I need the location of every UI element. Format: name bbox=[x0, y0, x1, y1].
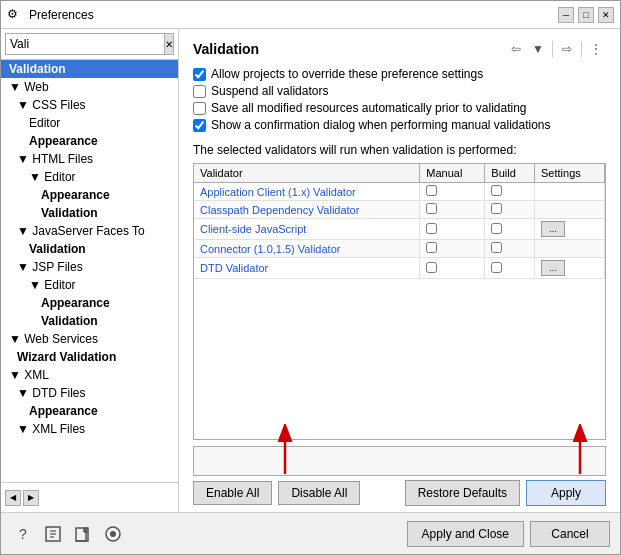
left-bottom-controls: ◀ ▶ bbox=[1, 482, 178, 512]
build-cb-2[interactable] bbox=[491, 203, 502, 214]
restore-defaults-button[interactable]: Restore Defaults bbox=[405, 480, 520, 506]
col-header-settings[interactable]: Settings bbox=[535, 164, 605, 183]
tree-item-validation[interactable]: Validation bbox=[1, 60, 178, 78]
svg-point-13 bbox=[110, 531, 116, 537]
checkbox-label-4: Show a confirmation dialog when performi… bbox=[211, 118, 551, 132]
description-textarea[interactable] bbox=[193, 446, 606, 476]
tree-item-html-files[interactable]: ▼ HTML Files bbox=[1, 150, 178, 168]
forward-button[interactable]: ⇨ bbox=[557, 39, 577, 59]
manual-cell bbox=[420, 240, 485, 258]
checkbox-suspend-validators[interactable] bbox=[193, 85, 206, 98]
manual-cell bbox=[420, 258, 485, 279]
tree-item-web[interactable]: ▼ Web bbox=[1, 78, 178, 96]
tree-item-css-files[interactable]: ▼ CSS Files bbox=[1, 96, 178, 114]
settings-cell: ... bbox=[535, 258, 605, 279]
validator-desc: The selected validators will run when va… bbox=[193, 143, 606, 157]
settings-cell: ... bbox=[535, 219, 605, 240]
validator-name: Classpath Dependency Validator bbox=[194, 201, 420, 219]
manual-cell bbox=[420, 219, 485, 240]
build-cb-5[interactable] bbox=[491, 262, 502, 273]
build-cb-1[interactable] bbox=[491, 185, 502, 196]
tree-item-jsp-editor[interactable]: ▼ Editor bbox=[1, 276, 178, 294]
build-cell bbox=[485, 201, 535, 219]
manual-cb-4[interactable] bbox=[426, 242, 437, 253]
circle-button[interactable] bbox=[101, 522, 125, 546]
tree-item-jsp-validation[interactable]: Validation bbox=[1, 312, 178, 330]
search-input[interactable] bbox=[5, 33, 165, 55]
bottom-bar: ? bbox=[1, 512, 620, 554]
build-cell bbox=[485, 183, 535, 201]
import-button[interactable] bbox=[71, 522, 95, 546]
manual-cb-1[interactable] bbox=[426, 185, 437, 196]
validator-table: Validator Manual Build Settings Applicat… bbox=[194, 164, 605, 279]
settings-cell bbox=[535, 201, 605, 219]
build-cb-4[interactable] bbox=[491, 242, 502, 253]
checkbox-allow-override[interactable] bbox=[193, 68, 206, 81]
apply-button[interactable]: Apply bbox=[526, 480, 606, 506]
manual-cell bbox=[420, 183, 485, 201]
tree-item-xml-files[interactable]: ▼ XML Files bbox=[1, 420, 178, 438]
back-button[interactable]: ⇦ bbox=[506, 39, 526, 59]
checkbox-save-modified[interactable] bbox=[193, 102, 206, 115]
right-title: Validation bbox=[193, 41, 259, 57]
search-clear-button[interactable]: ✕ bbox=[165, 33, 174, 55]
checkbox-label-1: Allow projects to override these prefere… bbox=[211, 67, 483, 81]
enable-all-button[interactable]: Enable All bbox=[193, 481, 272, 505]
cancel-button[interactable]: Cancel bbox=[530, 521, 610, 547]
right-header: Validation ⇦ ▼ ⇨ ⋮ bbox=[193, 39, 606, 59]
manual-cb-2[interactable] bbox=[426, 203, 437, 214]
checkbox-row-1: Allow projects to override these prefere… bbox=[193, 67, 606, 81]
build-cb-3[interactable] bbox=[491, 223, 502, 234]
tree-item-html-editor[interactable]: ▼ Editor bbox=[1, 168, 178, 186]
tree-item-html-validation[interactable]: Validation bbox=[1, 204, 178, 222]
help-button[interactable]: ? bbox=[11, 522, 35, 546]
tree-panel: Validation ▼ Web ▼ CSS Files Editor Appe… bbox=[1, 60, 178, 482]
checkbox-show-confirmation[interactable] bbox=[193, 119, 206, 132]
close-button[interactable]: ✕ bbox=[598, 7, 614, 23]
tree-item-web-services[interactable]: ▼ Web Services bbox=[1, 330, 178, 348]
dropdown-button[interactable]: ▼ bbox=[528, 39, 548, 59]
col-header-manual[interactable]: Manual bbox=[420, 164, 485, 183]
tree-item-html-appearance[interactable]: Appearance bbox=[1, 186, 178, 204]
tree-item-wizard-validation[interactable]: Wizard Validation bbox=[1, 348, 178, 366]
table-scroll[interactable]: Validator Manual Build Settings Applicat… bbox=[194, 164, 605, 439]
col-header-build[interactable]: Build bbox=[485, 164, 535, 183]
checkbox-row-4: Show a confirmation dialog when performi… bbox=[193, 118, 606, 132]
settings-btn-5[interactable]: ... bbox=[541, 260, 565, 276]
minimize-button[interactable]: ─ bbox=[558, 7, 574, 23]
tree-item-xml[interactable]: ▼ XML bbox=[1, 366, 178, 384]
manual-cb-3[interactable] bbox=[426, 223, 437, 234]
manual-cell bbox=[420, 201, 485, 219]
tree-item-css-appearance[interactable]: Appearance bbox=[1, 132, 178, 150]
tree-item-jsp-files[interactable]: ▼ JSP Files bbox=[1, 258, 178, 276]
menu-button[interactable]: ⋮ bbox=[586, 39, 606, 59]
validator-name: DTD Validator bbox=[194, 258, 420, 279]
tree-item-jsp-appearance[interactable]: Appearance bbox=[1, 294, 178, 312]
maximize-button[interactable]: □ bbox=[578, 7, 594, 23]
build-cell bbox=[485, 258, 535, 279]
checkbox-label-2: Suspend all validators bbox=[211, 84, 328, 98]
tree-item-jsf[interactable]: ▼ JavaServer Faces To bbox=[1, 222, 178, 240]
scroll-right-button[interactable]: ▶ bbox=[23, 490, 39, 506]
scroll-left-button[interactable]: ◀ bbox=[5, 490, 21, 506]
checkbox-row-3: Save all modified resources automaticall… bbox=[193, 101, 606, 115]
col-header-validator[interactable]: Validator bbox=[194, 164, 420, 183]
apply-and-close-button[interactable]: Apply and Close bbox=[407, 521, 524, 547]
tree-item-jsf-validation[interactable]: Validation bbox=[1, 240, 178, 258]
validator-name: Connector (1.0,1.5) Validator bbox=[194, 240, 420, 258]
manual-cb-5[interactable] bbox=[426, 262, 437, 273]
tree-item-dtd-files[interactable]: ▼ DTD Files bbox=[1, 384, 178, 402]
disable-all-button[interactable]: Disable All bbox=[278, 481, 360, 505]
table-row: Client-side JavaScript ... bbox=[194, 219, 605, 240]
export-button[interactable] bbox=[41, 522, 65, 546]
validator-name: Client-side JavaScript bbox=[194, 219, 420, 240]
settings-btn-3[interactable]: ... bbox=[541, 221, 565, 237]
table-row: Classpath Dependency Validator bbox=[194, 201, 605, 219]
validator-table-container: Validator Manual Build Settings Applicat… bbox=[193, 163, 606, 440]
bottom-right-buttons: Apply and Close Cancel bbox=[407, 521, 610, 547]
import-icon bbox=[74, 525, 92, 543]
tree-item-css-editor[interactable]: Editor bbox=[1, 114, 178, 132]
export-icon bbox=[44, 525, 62, 543]
tree-item-dtd-appearance[interactable]: Appearance bbox=[1, 402, 178, 420]
middle-btn-row: Enable All Disable All bbox=[193, 481, 360, 505]
